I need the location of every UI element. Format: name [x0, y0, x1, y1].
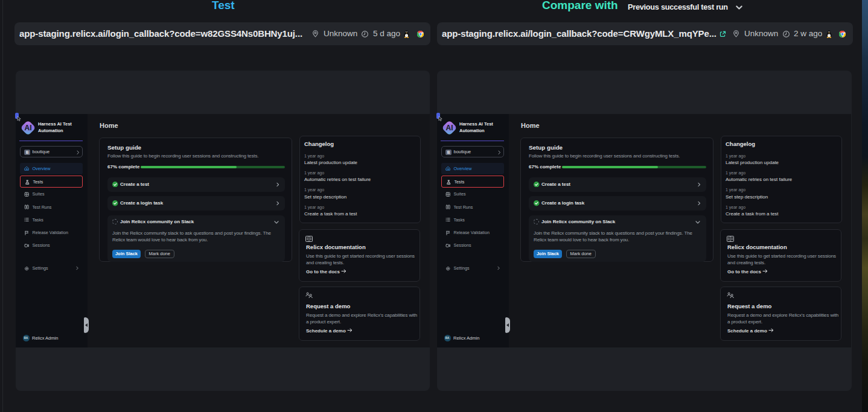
svg-text:AI: AI: [446, 124, 453, 132]
svg-text:AI: AI: [25, 124, 32, 132]
